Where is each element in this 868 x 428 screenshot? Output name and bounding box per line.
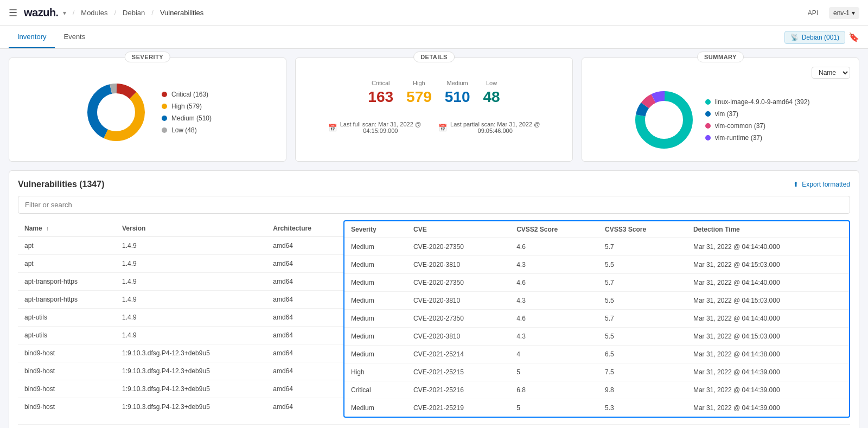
cell-cvss3: 5.5 <box>598 328 687 346</box>
filter-input[interactable] <box>18 196 850 214</box>
cell-cvss3: 5.7 <box>598 274 687 292</box>
api-label[interactable]: API <box>808 9 818 17</box>
tabs-bar: Inventory Events 📡 Debian (001) 🔖 <box>0 26 868 49</box>
details-numbers: Critical 163 High 579 Medium 510 Low 48 <box>304 80 564 106</box>
pagination-row: Rows per page: 10 ▾ ‹ 1 2 3 4 5 … 135 › <box>18 424 850 428</box>
details-card: DETAILS Critical 163 High 579 Medium 510 <box>295 58 573 162</box>
cell-detection: Mar 31, 2022 @ 04:14:40.000 <box>687 238 849 256</box>
severity-donut <box>84 80 149 145</box>
medium-dot <box>162 116 167 121</box>
table-row[interactable]: bind9-host 1:9.10.3.dfsg.P4-12.3+deb9u5 … <box>18 362 343 380</box>
main-content: SEVERITY <box>0 49 868 428</box>
col-detection[interactable]: Detection Time <box>687 221 849 238</box>
cell-detection: Mar 31, 2022 @ 04:14:40.000 <box>687 310 849 328</box>
cell-cvss3: 6.5 <box>598 346 687 363</box>
low-detail: Low 48 <box>483 80 500 106</box>
table-row[interactable]: apt-transport-https 1.4.9 amd64 <box>18 273 343 291</box>
col-version[interactable]: Version <box>116 220 266 237</box>
col-severity[interactable]: Severity <box>344 221 407 238</box>
table-row[interactable]: Medium CVE-2020-27350 4.6 5.7 Mar 31, 20… <box>344 274 849 292</box>
table-right: Severity CVE CVSS2 Score CVSS3 Score Det… <box>343 220 850 418</box>
table-row[interactable]: apt-utils 1.4.9 amd64 <box>18 309 343 327</box>
table-left: Name ↑ Version Architecture apt 1.4.9 am… <box>18 220 343 418</box>
table-row[interactable]: Medium CVE-2020-27350 4.6 5.7 Mar 31, 20… <box>344 310 849 328</box>
summary-legend-vim: vim (37) <box>705 110 810 118</box>
table-row[interactable]: Medium CVE-2021-25219 5 5.3 Mar 31, 2022… <box>344 399 849 417</box>
table-row[interactable]: Medium CVE-2021-25214 4 6.5 Mar 31, 2022… <box>344 346 849 363</box>
cell-arch: amd64 <box>266 273 343 291</box>
last-partial-scan-label: Last partial scan: Mar 31, 2022 @09:05:4… <box>450 121 540 134</box>
cell-cvss3: 5.7 <box>598 310 687 328</box>
table-row[interactable]: bind9-host 1:9.10.3.dfsg.P4-12.3+deb9u5 … <box>18 344 343 362</box>
summary-legend-vim-runtime: vim-runtime (37) <box>705 134 810 142</box>
table-row[interactable]: High CVE-2021-25215 5 7.5 Mar 31, 2022 @… <box>344 363 849 381</box>
cell-cvss2: 4.6 <box>510 238 598 256</box>
calendar-icon-full: 📅 <box>328 124 337 132</box>
col-cve[interactable]: CVE <box>407 221 510 238</box>
debian-badge[interactable]: 📡 Debian (001) <box>784 31 845 44</box>
table-row[interactable]: Critical CVE-2021-25216 6.8 9.8 Mar 31, … <box>344 381 849 399</box>
table-row[interactable]: Medium CVE-2020-3810 4.3 5.5 Mar 31, 202… <box>344 256 849 274</box>
cell-severity: Medium <box>344 274 407 292</box>
cell-detection: Mar 31, 2022 @ 04:14:39.000 <box>687 381 849 399</box>
high-detail-label: High <box>406 80 432 86</box>
hamburger-icon[interactable]: ☰ <box>9 7 17 19</box>
scan-info: 📅 Last full scan: Mar 31, 2022 @04:15:09… <box>304 121 564 134</box>
table-row[interactable]: bind9-host 1:9.10.3.dfsg.P4-12.3+deb9u5 … <box>18 380 343 398</box>
cell-cve: CVE-2021-25219 <box>407 399 510 417</box>
summary-top: Name <box>591 67 850 79</box>
cell-cvss2: 4.3 <box>510 328 598 346</box>
cell-version: 1.4.9 <box>116 309 266 327</box>
table-row[interactable]: apt 1.4.9 amd64 <box>18 255 343 273</box>
tab-events[interactable]: Events <box>55 26 94 48</box>
table-left-content: Name ↑ Version Architecture apt 1.4.9 am… <box>18 220 343 416</box>
cell-detection: Mar 31, 2022 @ 04:14:39.000 <box>687 363 849 381</box>
cell-version: 1.4.9 <box>116 273 266 291</box>
bookmark-icon[interactable]: 🔖 <box>848 32 859 42</box>
table-row[interactable]: Medium CVE-2020-27350 4.6 5.7 Mar 31, 20… <box>344 238 849 256</box>
col-cvss3[interactable]: CVSS3 Score <box>598 221 687 238</box>
col-architecture[interactable]: Architecture <box>266 220 343 237</box>
cell-version: 1:9.10.3.dfsg.P4-12.3+deb9u5 <box>116 380 266 398</box>
col-cvss2[interactable]: CVSS2 Score <box>510 221 598 238</box>
critical-dot <box>162 92 167 97</box>
critical-detail-value: 163 <box>368 88 393 106</box>
cell-name: apt <box>18 255 116 273</box>
export-button[interactable]: ⬆ Export formatted <box>793 181 850 188</box>
critical-detail: Critical 163 <box>368 80 393 106</box>
linux-dot <box>705 99 711 105</box>
summary-name-select[interactable]: Name <box>812 67 850 79</box>
breadcrumb-debian[interactable]: Debian <box>123 9 145 17</box>
env-selector[interactable]: env-1 ▾ <box>829 7 859 19</box>
cell-cvss2: 5 <box>510 399 598 417</box>
cell-detection: Mar 31, 2022 @ 04:15:03.000 <box>687 328 849 346</box>
table-row[interactable]: Medium CVE-2020-3810 4.3 5.5 Mar 31, 202… <box>344 328 849 346</box>
cell-version: 1.4.9 <box>116 327 266 344</box>
cell-version: 1:9.10.3.dfsg.P4-12.3+deb9u5 <box>116 362 266 380</box>
tab-inventory[interactable]: Inventory <box>9 26 55 48</box>
table-row[interactable]: apt 1.4.9 amd64 <box>18 237 343 255</box>
last-full-scan-label: Last full scan: Mar 31, 2022 @04:15:09.0… <box>340 121 421 134</box>
cell-severity: Medium <box>344 238 407 256</box>
table-row[interactable]: apt-utils 1.4.9 amd64 <box>18 327 343 344</box>
severity-card-inner: Critical (163) High (579) Medium (510) L… <box>18 75 277 149</box>
table-row[interactable]: apt-transport-https 1.4.9 amd64 <box>18 291 343 309</box>
cell-name: apt-transport-https <box>18 291 116 309</box>
high-detail: High 579 <box>406 80 432 106</box>
table-row[interactable]: bind9-host 1:9.10.3.dfsg.P4-12.3+deb9u5 … <box>18 398 343 416</box>
cell-severity: High <box>344 363 407 381</box>
cell-cvss2: 4.3 <box>510 256 598 274</box>
cell-name: apt-utils <box>18 309 116 327</box>
cell-name: apt <box>18 237 116 255</box>
calendar-icon-partial: 📅 <box>438 124 447 132</box>
breadcrumb-modules[interactable]: Modules <box>81 9 107 17</box>
medium-detail-label: Medium <box>445 80 470 86</box>
cell-severity: Medium <box>344 399 407 417</box>
logo-chevron-icon[interactable]: ▾ <box>63 9 66 17</box>
vim-label: vim (37) <box>715 110 738 118</box>
col-name[interactable]: Name ↑ <box>18 220 116 237</box>
cell-detection: Mar 31, 2022 @ 04:14:38.000 <box>687 346 849 363</box>
cell-arch: amd64 <box>266 327 343 344</box>
vuln-title: Vulnerabilities (1347) <box>18 180 104 189</box>
table-row[interactable]: Medium CVE-2020-3810 4.3 5.5 Mar 31, 202… <box>344 292 849 310</box>
